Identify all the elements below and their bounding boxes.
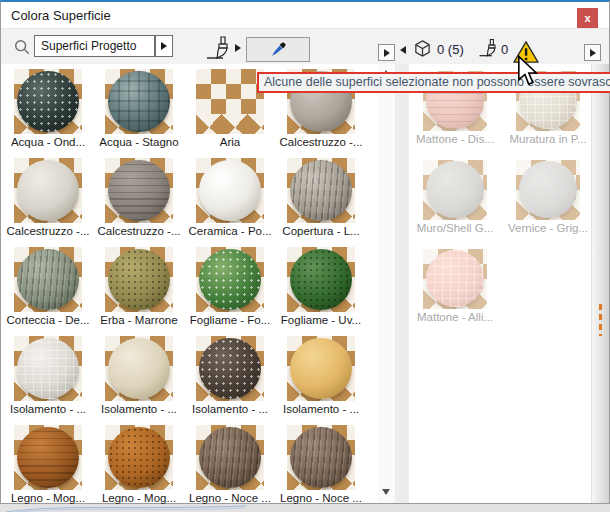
painted-count: 0 [501,42,508,57]
material-item[interactable]: Ceramica - Po... [185,158,275,237]
material-sphere [17,427,79,488]
material-label: Corteccia - De... [3,314,93,326]
material-item[interactable]: Muro/Shell G... [409,160,501,234]
material-label: Legno - Mog... [94,492,184,504]
material-item[interactable]: Vernice - Grig... [502,160,594,234]
material-thumbnail [196,425,264,490]
title-bar[interactable]: Colora Superficie x [1,2,609,28]
material-label: Isolamento - ... [276,403,366,415]
brush-flyout-caret-icon[interactable] [235,44,241,52]
material-label: Isolamento - ... [94,403,184,415]
eyedropper-button[interactable] [246,37,310,62]
right-panel-flyout-button[interactable] [584,44,601,61]
material-item[interactable]: Acqua - Stagno [94,69,184,148]
surface-list-scrollbar[interactable] [378,64,395,503]
material-item[interactable]: Legno - Mog... [3,425,93,504]
material-sphere [290,249,352,310]
material-sphere [290,160,352,221]
screen: Colora Superficie x Superfici Progetto [0,0,610,512]
material-label: Ceramica - Po... [185,225,275,237]
material-thumbnail [287,336,355,401]
material-sphere [108,249,170,310]
material-item[interactable]: Isolamento - ... [94,336,184,415]
material-item[interactable]: Legno - Noce ... [276,425,366,504]
material-thumbnail [105,247,173,312]
material-label: Copertura - L... [276,225,366,237]
material-item[interactable]: Isolamento - ... [185,336,275,415]
material-label: Legno - Mog... [3,492,93,504]
paint-brush-icon[interactable] [204,36,232,60]
material-sphere [108,160,170,221]
material-label: Isolamento - ... [185,403,275,415]
material-label: Calcestruzzo -... [94,225,184,237]
material-label: Calcestruzzo -... [276,136,366,148]
surface-filter-combobox[interactable]: Superfici Progetto [34,35,155,57]
painted-brush-icon [478,38,498,58]
material-sphere [199,338,261,399]
material-label: Acqua - Stagno [94,136,184,148]
flyout-arrow-icon [590,49,596,57]
panel-divider [395,64,409,503]
material-sphere [17,338,79,399]
material-item[interactable]: Calcestruzzo -... [94,158,184,237]
material-thumbnail [423,160,487,220]
material-sphere [290,338,352,399]
close-button[interactable]: x [577,8,598,29]
material-label: Muro/Shell G... [409,222,501,234]
warning-tooltip: Alcune delle superfici selezionate non p… [257,72,610,93]
material-label: Muratura in P... [502,133,594,145]
search-icon [13,38,31,56]
dropdown-arrow-icon [161,42,167,50]
material-item[interactable]: Isolamento - ... [3,336,93,415]
material-item[interactable]: Fogliame - Fo... [185,247,275,326]
desktop-background [0,504,610,512]
colora-superficie-dialog: Colora Superficie x Superfici Progetto [0,0,610,504]
material-item[interactable]: Corteccia - De... [3,247,93,326]
material-sphere [199,160,261,221]
material-label: Fogliame - Fo... [185,314,275,326]
material-item[interactable]: Fogliame - Uv... [276,247,366,326]
material-item[interactable]: Copertura - L... [276,158,366,237]
material-item[interactable]: Legno - Noce ... [185,425,275,504]
material-label: Legno - Noce ... [276,492,366,504]
material-item[interactable]: Legno - Mog... [94,425,184,504]
material-label: Erba - Marrone [94,314,184,326]
material-item[interactable]: Isolamento - ... [276,336,366,415]
material-thumbnail [105,69,173,134]
disabled-overlay [516,160,580,220]
material-sphere [108,427,170,488]
material-label: Isolamento - ... [3,403,93,415]
desktop-sketch-lines [6,504,246,512]
material-label: Vernice - Grig... [502,222,594,234]
material-label: Aria [185,136,275,148]
mouse-cursor-icon [517,55,541,87]
material-item[interactable]: Mattone - Alli... [409,249,501,323]
material-item[interactable]: Calcestruzzo -... [3,158,93,237]
material-thumbnail [14,336,82,401]
filter-dropdown-button[interactable] [155,35,173,57]
material-sphere [290,427,352,488]
left-panel-flyout-button[interactable] [378,44,395,61]
material-item[interactable]: Acqua - Ond... [3,69,93,148]
material-label: Legno - Noce ... [185,492,275,504]
material-thumbnail [14,247,82,312]
scroll-down-icon[interactable] [382,489,390,495]
material-sphere [108,338,170,399]
collapse-panel-caret-icon[interactable] [400,46,406,54]
material-thumbnail [196,336,264,401]
material-thumbnail [287,425,355,490]
disabled-overlay [423,160,487,220]
material-sphere [199,427,261,488]
material-sphere [199,249,261,310]
element-cube-icon [413,39,432,58]
material-label: Mattone - Dis... [409,133,501,145]
material-sphere [17,160,79,221]
material-label: Acqua - Ond... [3,136,93,148]
dialog-title: Colora Superficie [11,8,111,23]
material-item[interactable]: Erba - Marrone [94,247,184,326]
material-thumbnail [14,69,82,134]
panel-drag-handle-icon[interactable] [599,304,602,336]
material-sphere [17,249,79,310]
flyout-arrow-icon [384,49,390,57]
material-thumbnail [516,160,580,220]
